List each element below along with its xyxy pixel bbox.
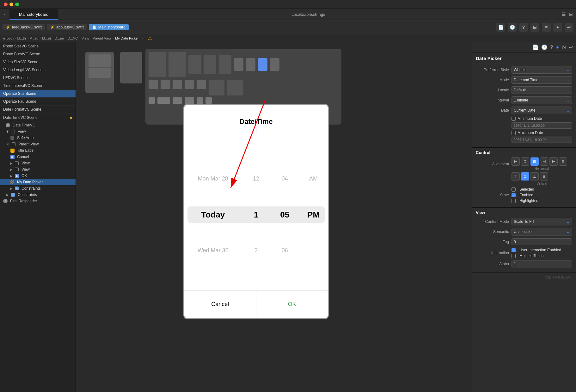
file-inspector-icon[interactable]: 📄 (532, 44, 539, 50)
tree-safe-area[interactable]: Safe Area (0, 135, 76, 141)
preferred-style-value[interactable]: Wheels ⌄ (512, 66, 572, 74)
preferred-style-label: Preferred Style (476, 68, 509, 72)
alpha-value[interactable]: 1 (512, 260, 572, 267)
align-right-btn[interactable]: ⊣ (540, 157, 548, 166)
scene-operatefau[interactable]: Operate Fau Scene (0, 98, 76, 106)
interval-value[interactable]: 1 minute ⌄ (512, 96, 572, 104)
date-chevron: ⌄ (566, 108, 570, 113)
alignment-label: Alignment (476, 162, 509, 166)
align-fill-v-btn[interactable]: ⊟ (540, 172, 548, 181)
highlighted-checkbox[interactable] (512, 199, 516, 203)
tab-main-storyboard-file[interactable]: 📋 Main.storyboard (89, 24, 129, 30)
datepicker-actions: Cancel OK (184, 290, 328, 318)
help-icon-btn[interactable]: ? (519, 23, 528, 32)
scene-videosizevc[interactable]: Video SizeVC Scene (0, 58, 76, 66)
datepicker-title: Date/Time (184, 105, 328, 126)
scene-dateformatvc[interactable]: Date FormatVC Scene (0, 106, 76, 113)
ok-button[interactable]: OK (256, 291, 328, 318)
locale-value[interactable]: Default ⌄ (512, 86, 572, 94)
highlighted-label: Highlighted (519, 199, 538, 203)
add-icon-btn[interactable]: + (553, 23, 562, 32)
alpha-label: Alpha (476, 262, 509, 266)
tree-ok-btn[interactable]: ▶ B OK (0, 173, 76, 179)
connections-inspector-icon[interactable]: ↩ (569, 44, 573, 50)
semantic-label: Semantic (476, 230, 509, 234)
multiple-touch-checkbox[interactable] (512, 254, 516, 258)
tag-row: Tag 0 (476, 238, 572, 246)
picker-row-prev2: Mon Mar 28 12 04 AM (184, 171, 328, 187)
max-date-checkbox[interactable] (512, 131, 516, 135)
question-inspector-icon[interactable]: ? (550, 45, 553, 50)
min-date-value: 1970/ 1/ 1, 19:00:00 (512, 122, 572, 129)
selected-checkbox[interactable] (512, 187, 516, 192)
align-trailing-btn[interactable]: ⊢ (549, 157, 558, 166)
scene-photosizevc[interactable]: Photo SizeVC Scene (0, 42, 76, 50)
interval-chevron: ⌄ (566, 98, 570, 103)
picker-fade-top (184, 143, 328, 168)
layout-icon-btn[interactable]: ≡ (542, 23, 551, 32)
selected-label: Selected (519, 187, 534, 192)
scene-operatesus[interactable]: Operate Sus Scene (0, 90, 76, 98)
semantic-value[interactable]: Unspecified ⌄ (512, 228, 572, 236)
hamburger-icon[interactable]: ☰ (562, 12, 566, 17)
orange-dot-icon: ● (70, 115, 72, 120)
tree-datetimevc[interactable]: V Date TimeVC (0, 122, 76, 128)
add-editor-icon[interactable]: ⊞ (569, 12, 573, 17)
align-fill-h-btn[interactable]: ⊞ (530, 157, 539, 166)
tag-label: Tag (476, 240, 509, 244)
enabled-label: Enabled (519, 193, 533, 197)
datepicker-section-title: Date Picker (472, 52, 576, 63)
scene-photoburstvc[interactable]: Photo BurstVC Scene (0, 50, 76, 58)
tab-feedbackvc[interactable]: ⚡ feedBackVC.swift (3, 24, 45, 30)
history-inspector-icon[interactable]: 🕐 (541, 44, 548, 50)
align-center-v-btn[interactable]: ⊡ (521, 172, 529, 181)
history-icon-btn[interactable]: 🕐 (508, 23, 517, 32)
scene-ledvc[interactable]: LEDVC Scene (0, 74, 76, 82)
tag-value[interactable]: 0 (512, 238, 572, 245)
tab-main-storyboard[interactable]: Main.storyboard (9, 9, 58, 20)
mode-value[interactable]: Date and Time ⌄ (512, 76, 572, 84)
tree-parent-view[interactable]: ▼ Parent View (0, 141, 76, 147)
attributes-inspector-icon[interactable]: ⊞ (555, 44, 560, 50)
align-fill2-btn[interactable]: ⊟ (559, 157, 567, 166)
alpha-row: Alpha 1 (476, 260, 572, 268)
align-center-h-btn[interactable]: ⊡ (521, 157, 529, 166)
content-mode-label: Content Mode (476, 219, 509, 224)
align-top-btn[interactable]: ⊤ (512, 172, 520, 181)
min-date-checkbox[interactable] (512, 117, 516, 121)
align-bottom-btn[interactable]: ⊥ (530, 172, 539, 181)
tree-constraints-2[interactable]: ▶ ≡ Constraints (0, 192, 76, 198)
inspector-icon-btn[interactable]: ⊞ (530, 23, 539, 32)
scene-timeintervalvc[interactable]: Time IntervalVC Scene (0, 82, 76, 90)
tree-title-label[interactable]: L Title Label (0, 147, 76, 154)
size-inspector-icon[interactable]: ⊠ (562, 44, 566, 50)
back-icon-btn[interactable]: ↩ (565, 23, 573, 32)
file-icon-btn[interactable]: 📄 (496, 23, 505, 32)
tab-aboutusvc[interactable]: ⚡ aboutusVC.swift (47, 24, 87, 30)
user-interaction-checkbox[interactable] (512, 248, 516, 252)
date-value[interactable]: Current Date ⌄ (512, 107, 572, 114)
control-section-title: Control (476, 150, 572, 155)
tab-localizable-strings[interactable]: Localizable.strings (282, 9, 335, 20)
tree-view-root[interactable]: ▼ View (0, 128, 76, 135)
tree-view-1[interactable]: ▶ View (0, 160, 76, 166)
enabled-checkbox[interactable] (512, 193, 516, 197)
content-mode-chevron: ⌄ (566, 219, 570, 224)
attributes-inspector: 📄 🕐 ? ⊞ ⊠ ↩ Date Picker Preferred Style … (472, 42, 576, 392)
scene-datetimevc[interactable]: Date TimeVC Scene ● (0, 113, 76, 122)
min-date-row: Minimum Date (476, 116, 572, 121)
tree-constraints-1[interactable]: ▶ ≡ Constraints (0, 185, 76, 192)
scene-videolengthvc[interactable]: Video LengthVC Scene (0, 66, 76, 74)
editor-tabs: ‹ Main.storyboard Localizable.strings ☰ … (0, 9, 576, 20)
preferred-style-chevron: ⌄ (566, 67, 570, 72)
tree-first-responder[interactable]: F First Responder (0, 198, 76, 204)
content-mode-value[interactable]: Scale To Fill ⌄ (512, 218, 572, 225)
tree-view-2[interactable]: ▶ View (0, 166, 76, 173)
state-label: State (476, 193, 509, 197)
tree-my-date-picker[interactable]: My Date Picker (0, 179, 76, 185)
min-date-label: Minimum Date (518, 116, 542, 121)
date-picker-wheel[interactable]: Mon Mar 28 12 04 AM Today 1 05 PM (184, 143, 328, 286)
align-left-btn[interactable]: ⊢ (512, 157, 520, 166)
tree-cancel-btn[interactable]: B Cancel (0, 154, 76, 160)
cancel-button[interactable]: Cancel (184, 291, 256, 318)
